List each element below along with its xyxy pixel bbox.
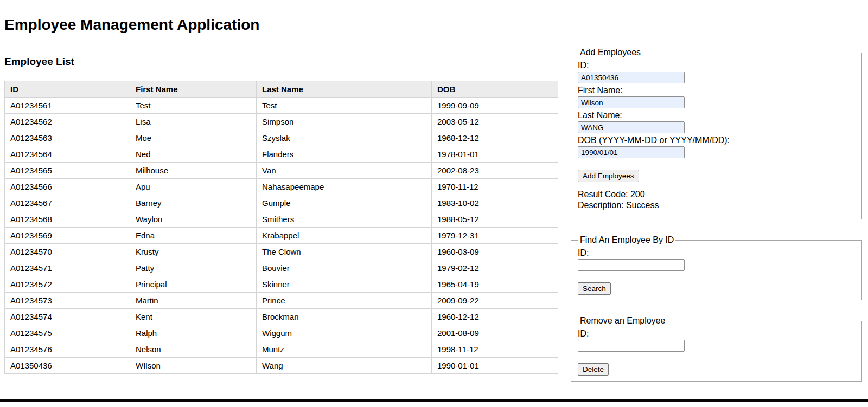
table-row: A01234562 Lisa Simpson 2003-05-12 <box>5 114 558 130</box>
cell-id: A01234566 <box>5 179 130 195</box>
cell-first-name: Barney <box>130 195 257 211</box>
page-title: Employee Management Application <box>4 17 864 33</box>
cell-first-name: Milhouse <box>130 163 257 179</box>
column-header-dob: DOB <box>432 81 558 98</box>
cell-id: A01234564 <box>5 146 130 163</box>
table-row: A01234565 Milhouse Van 2002-08-23 <box>5 163 558 179</box>
cell-last-name: The Clown <box>257 244 432 260</box>
add-first-name-label: First Name: <box>578 85 855 95</box>
table-header-row: ID First Name Last Name DOB <box>5 81 558 98</box>
cell-first-name: Moe <box>130 130 257 146</box>
table-row: A01234567 Barney Gumple 1983-10-02 <box>5 195 558 211</box>
cell-first-name: Patty <box>130 260 257 276</box>
table-row: A01234572 Principal Skinner 1965-04-19 <box>5 276 558 293</box>
cell-first-name: Apu <box>130 179 257 195</box>
cell-last-name: Smithers <box>257 211 432 228</box>
cell-last-name: Test <box>257 98 432 114</box>
remove-employee-legend: Remove an Employee <box>578 316 667 326</box>
table-row: A01234561 Test Test 1999-09-09 <box>5 98 558 114</box>
cell-first-name: Ralph <box>130 325 257 341</box>
cell-id: A01234565 <box>5 163 130 179</box>
result-code-text: Result Code: 200 <box>578 189 855 200</box>
table-row: A01350436 WIlson Wang 1990-01-01 <box>5 358 558 374</box>
cell-id: A01234571 <box>5 260 130 276</box>
side-panels: Add Employees ID: First Name: Last Name:… <box>571 48 862 397</box>
cell-id: A01234561 <box>5 98 130 114</box>
cell-last-name: Krabappel <box>257 228 432 244</box>
cell-dob: 1965-04-19 <box>432 276 558 293</box>
find-button-row: Search <box>578 282 855 295</box>
find-employee-panel: Find An Employee By ID ID: Search <box>571 235 862 300</box>
add-first-name-input[interactable] <box>578 96 685 108</box>
cell-id: A01234568 <box>5 211 130 228</box>
cell-last-name: Simpson <box>257 114 432 130</box>
cell-dob: 2003-05-12 <box>432 114 558 130</box>
cell-dob: 1988-05-12 <box>432 211 558 228</box>
cell-dob: 1960-03-09 <box>432 244 558 260</box>
add-dob-input[interactable] <box>578 146 685 158</box>
employee-table-body: A01234561 Test Test 1999-09-09 A01234562… <box>5 98 558 374</box>
cell-dob: 1999-09-09 <box>432 98 558 114</box>
cell-last-name: Prince <box>257 293 432 309</box>
search-button[interactable]: Search <box>578 282 611 295</box>
cell-dob: 1990-01-01 <box>432 358 558 374</box>
cell-dob: 1979-02-12 <box>432 260 558 276</box>
add-last-name-label: Last Name: <box>578 110 855 120</box>
remove-id-input[interactable] <box>578 340 685 352</box>
column-header-last-name: Last Name <box>257 81 432 98</box>
employee-table: ID First Name Last Name DOB A01234561 Te… <box>4 81 558 374</box>
find-id-label: ID: <box>578 248 855 258</box>
cell-id: A01234574 <box>5 309 130 325</box>
cell-last-name: Muntz <box>257 341 432 358</box>
cell-dob: 1979-12-31 <box>432 228 558 244</box>
cell-first-name: Test <box>130 98 257 114</box>
cell-last-name: Nahasapeemape <box>257 179 432 195</box>
delete-button[interactable]: Delete <box>578 363 609 376</box>
column-header-id: ID <box>5 81 130 98</box>
table-row: A01234573 Martin Prince 2009-09-22 <box>5 293 558 309</box>
table-row: A01234564 Ned Flanders 1978-01-01 <box>5 146 558 163</box>
add-button-row: Add Employees <box>578 170 855 182</box>
cell-first-name: Martin <box>130 293 257 309</box>
add-last-name-input[interactable] <box>578 121 685 133</box>
page: Employee Management Application Employee… <box>0 0 868 407</box>
cell-id: A01234569 <box>5 228 130 244</box>
cell-first-name: Principal <box>130 276 257 293</box>
add-result: Result Code: 200 Description: Success <box>578 189 855 211</box>
cell-id: A01234567 <box>5 195 130 211</box>
cell-last-name: Szyslak <box>257 130 432 146</box>
cell-first-name: Waylon <box>130 211 257 228</box>
column-header-first-name: First Name <box>130 81 257 98</box>
table-row: A01234566 Apu Nahasapeemape 1970-11-12 <box>5 179 558 195</box>
cell-first-name: Krusty <box>130 244 257 260</box>
cell-last-name: Bouvier <box>257 260 432 276</box>
cell-id: A01234562 <box>5 114 130 130</box>
cell-last-name: Brockman <box>257 309 432 325</box>
cell-dob: 1960-12-12 <box>432 309 558 325</box>
cell-id: A01350436 <box>5 358 130 374</box>
table-row: A01234571 Patty Bouvier 1979-02-12 <box>5 260 558 276</box>
cell-dob: 1998-11-12 <box>432 341 558 358</box>
cell-first-name: Ned <box>130 146 257 163</box>
table-row: A01234576 Nelson Muntz 1998-11-12 <box>5 341 558 358</box>
cell-id: A01234576 <box>5 341 130 358</box>
cell-id: A01234570 <box>5 244 130 260</box>
add-id-input[interactable] <box>578 72 685 83</box>
cell-last-name: Van <box>257 163 432 179</box>
cell-last-name: Wang <box>257 358 432 374</box>
cell-first-name: WIlson <box>130 358 257 374</box>
cell-id: A01234573 <box>5 293 130 309</box>
cell-first-name: Nelson <box>130 341 257 358</box>
remove-id-label: ID: <box>578 328 855 339</box>
add-employees-button[interactable]: Add Employees <box>578 170 639 182</box>
table-row: A01234568 Waylon Smithers 1988-05-12 <box>5 211 558 228</box>
find-id-input[interactable] <box>578 259 685 271</box>
cell-last-name: Flanders <box>257 146 432 163</box>
cell-last-name: Gumple <box>257 195 432 211</box>
add-dob-label: DOB (YYYY-MM-DD or YYYY/MM/DD): <box>578 135 855 145</box>
cell-dob: 2001-08-09 <box>432 325 558 341</box>
add-employees-legend: Add Employees <box>578 48 642 57</box>
cell-dob: 2002-08-23 <box>432 163 558 179</box>
table-row: A01234570 Krusty The Clown 1960-03-09 <box>5 244 558 260</box>
table-row: A01234563 Moe Szyslak 1968-12-12 <box>5 130 558 146</box>
